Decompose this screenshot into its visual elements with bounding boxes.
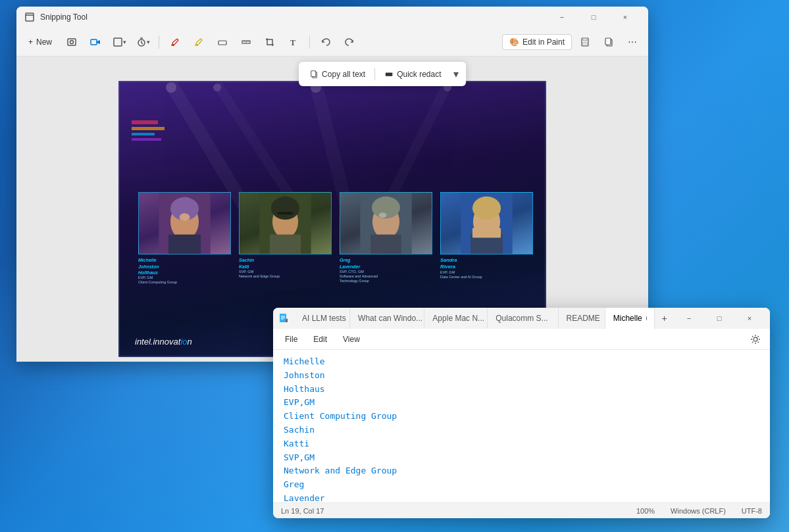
svg-rect-43 [278, 212, 293, 215]
notepad-window: AI LLM tests What can Windo... Apple Mac… [273, 308, 770, 518]
cursor-position: Ln 19, Col 17 [281, 507, 324, 515]
notepad-maximize-button[interactable]: □ [704, 308, 734, 329]
minimize-button[interactable]: − [547, 7, 577, 28]
window-controls: − □ × [547, 7, 640, 28]
paint-icon: 🎨 [509, 37, 519, 47]
svg-point-51 [472, 197, 501, 220]
tab-apple-mac[interactable]: Apple Mac N... [424, 308, 488, 329]
speaker-greg: GregLavender SVP, CTO, GMSoftware and Ad… [340, 192, 432, 285]
svg-rect-1 [68, 39, 76, 45]
svg-rect-42 [270, 235, 301, 254]
svg-rect-18 [605, 38, 611, 45]
svg-rect-15 [583, 38, 587, 41]
speaker-michelle: MichelleJohnstonHolthaus EVP, GMClient C… [138, 192, 231, 285]
svg-rect-8 [218, 41, 226, 45]
svg-rect-30 [132, 120, 158, 124]
add-tab-button[interactable]: + [655, 308, 674, 329]
tab-michelle[interactable]: Michelle [605, 308, 655, 329]
svg-rect-0 [26, 13, 34, 21]
svg-rect-47 [370, 235, 401, 254]
svg-point-48 [379, 213, 387, 218]
tab-readme[interactable]: README [559, 308, 605, 329]
svg-point-38 [180, 214, 190, 222]
notepad-statusbar: Ln 19, Col 17 100% Windows (CRLF) UTF-8 [273, 502, 770, 518]
pen-yellow-button[interactable] [188, 32, 209, 53]
svg-rect-31 [132, 127, 165, 130]
svg-point-6 [172, 44, 174, 46]
shape-selector-button[interactable]: ▾ [109, 32, 130, 53]
file-menu[interactable]: File [278, 332, 304, 347]
svg-point-41 [271, 197, 299, 220]
notepad-app-icon-area [278, 313, 289, 324]
new-button[interactable]: + New [22, 32, 59, 53]
svg-rect-21 [386, 72, 393, 76]
snipping-tool-title: Snipping Tool [40, 12, 88, 22]
svg-rect-37 [168, 235, 201, 254]
eraser-button[interactable] [212, 32, 233, 53]
redo-button[interactable] [339, 32, 360, 53]
notepad-window-controls: − □ × [674, 308, 765, 329]
svg-point-7 [196, 44, 198, 46]
svg-text:T: T [290, 38, 295, 47]
notepad-minimize-button[interactable]: − [674, 308, 704, 329]
settings-button[interactable] [746, 330, 765, 349]
line-ending: Windows (CRLF) [671, 507, 726, 515]
svg-rect-3 [91, 39, 97, 45]
text-tool-button[interactable]: T [283, 32, 304, 53]
save-button[interactable] [574, 32, 596, 53]
tab-qualcomm[interactable]: Qulacomm S... [488, 308, 558, 329]
copy-button[interactable] [598, 32, 619, 53]
svg-rect-16 [582, 43, 588, 45]
notepad-menubar: File Edit View [273, 329, 770, 350]
edit-menu[interactable]: Edit [307, 332, 334, 347]
intel-innovation-logo: intel.innovation [135, 335, 192, 347]
zoom-level: 100% [636, 507, 655, 515]
svg-point-26 [166, 82, 176, 93]
svg-point-2 [70, 40, 74, 43]
quick-redact-button[interactable]: Quick redact [378, 66, 447, 82]
notepad-icon [278, 313, 289, 324]
svg-point-58 [753, 337, 757, 341]
timer-button[interactable]: ▾ [132, 32, 153, 53]
copy-all-text-button[interactable]: Copy all text [303, 66, 372, 82]
view-menu[interactable]: View [336, 332, 367, 347]
video-mode-button[interactable] [85, 32, 106, 53]
snipping-toolbar: + New ▾ ▾ [16, 28, 648, 57]
notepad-close-button[interactable]: × [734, 308, 765, 329]
svg-rect-20 [311, 70, 316, 76]
screenshot-mode-button[interactable] [61, 32, 82, 53]
svg-rect-4 [114, 38, 122, 46]
pen-red-button[interactable] [165, 32, 186, 53]
speaker-sandra: SandraRivera EVP, GMData Center and AI G… [440, 192, 533, 285]
close-button[interactable]: × [610, 7, 640, 28]
encoding: UTF-8 [742, 507, 762, 515]
plus-icon: + [28, 37, 33, 47]
notepad-tabs: AI LLM tests What can Windo... Apple Mac… [294, 308, 674, 329]
snipping-tool-titlebar: Snipping Tool − □ × [16, 7, 648, 28]
edit-paint-button[interactable]: 🎨 Edit in Paint [502, 34, 572, 50]
maximize-button[interactable]: □ [578, 7, 609, 28]
svg-rect-53 [472, 228, 501, 238]
speaker-sachin: SachinKatti SVP, GMNetwork and Edge Grou… [239, 192, 332, 285]
tab-what-can-windows[interactable]: What can Windo... [350, 308, 424, 329]
svg-rect-33 [132, 138, 161, 141]
snipping-tool-app-icon [24, 12, 35, 22]
undo-button[interactable] [315, 32, 336, 53]
notepad-titlebar: AI LLM tests What can Windo... Apple Mac… [273, 308, 770, 329]
floating-ocr-toolbar: Copy all text Quick redact ▾ [299, 62, 466, 86]
notepad-text-content[interactable]: Michelle Johnston Holthaus EVP,GM Client… [273, 350, 770, 502]
ruler-button[interactable] [236, 32, 257, 53]
svg-rect-32 [132, 133, 155, 135]
more-options-button[interactable]: ⋯ [622, 32, 643, 53]
tab-ai-llm-tests[interactable]: AI LLM tests [294, 308, 350, 329]
crop-button[interactable] [259, 32, 280, 53]
quick-redact-chevron[interactable]: ▾ [449, 64, 463, 84]
svg-point-27 [213, 84, 221, 91]
